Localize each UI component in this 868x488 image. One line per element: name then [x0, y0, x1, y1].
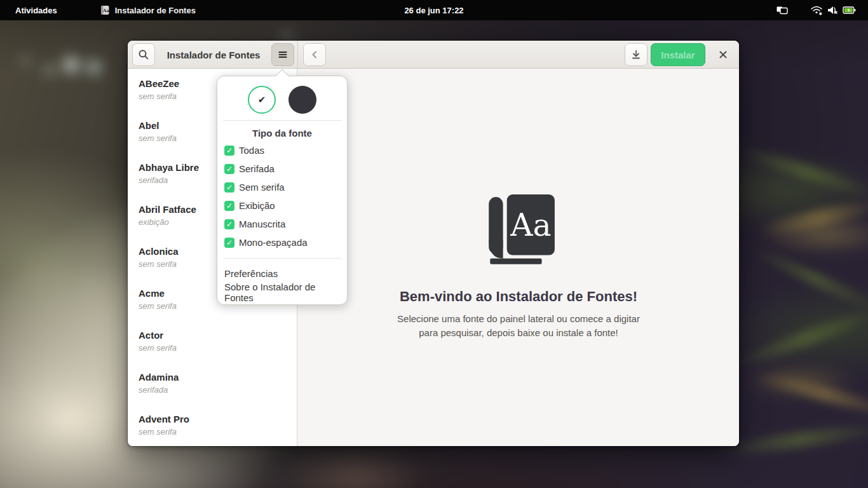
theme-selector-row: ✔: [217, 86, 347, 114]
popover-menu-list: Preferências Sobre o Instalador de Fonte…: [217, 264, 347, 302]
volume-muted-icon[interactable]: [825, 0, 841, 20]
font-book-icon: Aa: [480, 193, 557, 271]
app-mini-icon: Aa: [99, 4, 111, 16]
filter-section-title: Tipo da fonte: [217, 126, 347, 140]
font-category: sem serifa: [139, 426, 290, 438]
checkbox-checked-icon: ✓: [224, 164, 234, 174]
install-button[interactable]: Instalar: [651, 43, 705, 66]
font-category: serifada: [139, 384, 290, 396]
welcome-subtitle: Selecione uma fonte do painel lateral ou…: [397, 312, 640, 340]
filter-checkbox-exibicao[interactable]: ✓ Exibição: [217, 196, 347, 215]
back-button[interactable]: [303, 43, 326, 66]
font-list-item[interactable]: Actor sem serifa: [128, 325, 297, 367]
focused-app-menu[interactable]: Aa Instalador de Fontes: [92, 0, 203, 20]
popover-separator: [223, 258, 341, 259]
system-status-area[interactable]: ✱: [774, 0, 868, 20]
dark-theme-button[interactable]: [288, 86, 316, 114]
main-content-area: Aa Bem-vindo ao Instalador de Fontes! Se…: [298, 69, 739, 446]
search-icon: [137, 48, 150, 61]
svg-text:Aa: Aa: [102, 8, 109, 13]
welcome-subtitle-line1: Selecione uma fonte do painel lateral ou…: [397, 312, 640, 326]
welcome-subtitle-line2: para pesquisar, depois baixe ou instale …: [397, 326, 640, 340]
filter-list: ✓ Todas ✓ Serifada ✓ Sem serifa ✓ Exibiç…: [217, 141, 347, 252]
close-icon: [719, 50, 728, 59]
filter-checkbox-todas[interactable]: ✓ Todas: [217, 141, 347, 159]
hamburger-icon: [277, 49, 288, 60]
main-menu-popover: ✔ Tipo da fonte ✓ Todas ✓ Serifada ✓ Sem…: [217, 76, 348, 305]
filter-checkbox-manuscrita[interactable]: ✓ Manuscrita: [217, 215, 347, 233]
font-name: Adamina: [139, 371, 290, 384]
font-installer-window: Instalador de Fontes: [128, 41, 739, 446]
filter-checkbox-sem-serifa[interactable]: ✓ Sem serifa: [217, 178, 347, 196]
font-name: Actor: [139, 329, 290, 342]
menu-item-preferences[interactable]: Preferências: [217, 264, 347, 283]
checkbox-checked-icon: ✓: [224, 182, 234, 193]
checkbox-checked-icon: ✓: [224, 238, 234, 248]
headerbar-separator: [297, 41, 298, 69]
focused-app-label: Instalador de Fontes: [115, 6, 196, 15]
close-window-button[interactable]: [714, 45, 733, 64]
window-title: Instalador de Fontes: [159, 41, 268, 69]
activities-button[interactable]: Atividades: [8, 0, 65, 20]
checkbox-checked-icon: ✓: [224, 146, 234, 156]
svg-text:✱: ✱: [819, 11, 823, 16]
chevron-left-icon: [309, 49, 320, 60]
wifi-icon[interactable]: ✱: [808, 0, 825, 20]
headerbar: Instalador de Fontes: [128, 41, 739, 69]
font-category: sem serifa: [139, 342, 290, 354]
font-list-item[interactable]: Adamina serifada: [128, 367, 297, 409]
activities-label: Atividades: [15, 6, 57, 15]
font-list-item[interactable]: Advent Pro sem serifa: [128, 409, 297, 446]
welcome-title: Bem-vindo ao Instalador de Fontes!: [400, 288, 637, 305]
battery-charging-icon[interactable]: [841, 0, 858, 20]
popover-separator: [223, 120, 341, 121]
search-button[interactable]: [132, 43, 155, 66]
clock-button[interactable]: 26 de jun 17:22: [397, 0, 471, 20]
filter-checkbox-mono-espacada[interactable]: ✓ Mono-espaçada: [217, 233, 347, 252]
font-name: Advent Pro: [139, 413, 290, 426]
gnome-top-bar: Atividades Aa Instalador de Fontes 26 de…: [0, 0, 868, 20]
light-theme-button[interactable]: ✔: [248, 86, 276, 114]
workspaces-icon[interactable]: [774, 0, 790, 20]
desktop: Atividades Aa Instalador de Fontes 26 de…: [0, 0, 868, 488]
checkmark-icon: ✔: [258, 94, 266, 105]
filter-checkbox-serifada[interactable]: ✓ Serifada: [217, 159, 347, 178]
checkbox-checked-icon: ✓: [224, 219, 234, 229]
download-icon: [630, 49, 642, 60]
download-button[interactable]: [625, 43, 648, 66]
checkbox-checked-icon: ✓: [224, 201, 234, 211]
clock-label: 26 de jun 17:22: [404, 6, 463, 15]
menu-item-about[interactable]: Sobre o Instalador de Fontes: [217, 283, 347, 302]
icon-glyph: Aa: [510, 207, 551, 243]
welcome-panel: Aa Bem-vindo ao Instalador de Fontes! Se…: [298, 69, 739, 340]
hamburger-menu-button[interactable]: [271, 43, 294, 66]
